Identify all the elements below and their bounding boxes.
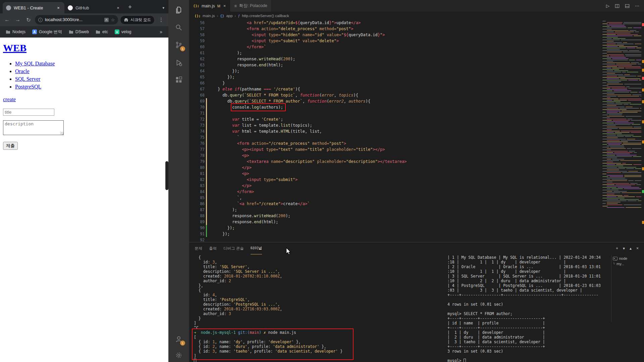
bookmark-dsweb[interactable]: DSweb: [66, 28, 91, 35]
web-heading-link[interactable]: WEB: [3, 42, 26, 53]
code-line: 85 `,: [189, 195, 644, 201]
tab-close-icon[interactable]: ×: [56, 5, 61, 10]
bookmark-google-translate[interactable]: A Google 번역: [30, 28, 64, 36]
topic-link-mysql[interactable]: My SQL Database: [15, 61, 55, 66]
minimap[interactable]: [602, 20, 641, 238]
layout-icon[interactable]: [625, 4, 630, 8]
run-debug-icon[interactable]: [173, 57, 184, 68]
bookmark-star-icon[interactable]: ☆: [111, 17, 115, 22]
breadcrumb-symbol-app[interactable]: app: [226, 14, 232, 18]
browser-tab-github[interactable]: GitHub ×: [64, 2, 124, 13]
code-text: var list = template.list(topics);: [208, 122, 312, 128]
topic-link-oracle[interactable]: Oracle: [15, 68, 30, 74]
extensions-icon[interactable]: [173, 74, 184, 85]
topic-link-postgresql[interactable]: PostgreSQL: [15, 84, 41, 89]
breadcrumb-symbol-callback[interactable]: http.createServer() callback: [242, 14, 289, 18]
search-icon[interactable]: [173, 22, 184, 33]
panel-tab-output[interactable]: 출력: [209, 243, 217, 254]
terminal-cursor: [464, 359, 466, 362]
breadcrumb: (); main.js › {} app › ƒ http.createServ…: [189, 12, 644, 20]
tab-close-icon[interactable]: ×: [223, 3, 226, 8]
line-number: 83: [189, 183, 205, 189]
overview-ruler: [642, 20, 644, 242]
create-link[interactable]: create: [3, 97, 16, 103]
source-control-icon[interactable]: 1: [173, 40, 184, 50]
code-text: <form action="delete_process" method="po…: [208, 26, 354, 32]
browser-scrollbar-thumb[interactable]: [165, 161, 168, 190]
bookmark-label: Google 번역: [39, 29, 62, 35]
tab-mainjs[interactable]: (); main.js M ×: [189, 0, 230, 12]
gutter-marker: [205, 80, 208, 86]
incognito-icon: [124, 18, 128, 22]
site-info-icon[interactable]: i: [38, 18, 43, 22]
git-modified-badge: M: [217, 4, 220, 8]
account-icon[interactable]: 1: [173, 334, 184, 345]
translate-icon[interactable]: A: [104, 18, 109, 22]
topic-link-sqlserver[interactable]: SQL Server: [15, 76, 40, 82]
code-text: <input type="submit" value="delete">: [208, 38, 339, 44]
terminal-line: | 4 | PostgreSQL | PostgreSQL is ... | 2…: [447, 283, 610, 288]
gutter-marker: [205, 50, 208, 56]
terminal-line: 4 rows in set (0.01 sec): [447, 302, 610, 307]
run-file-icon[interactable]: ▷: [606, 3, 609, 8]
settings-gear-icon[interactable]: [173, 350, 184, 361]
code-line: 63 response.end(html);: [189, 62, 644, 68]
terminal-line: +----+-------+--------------------------…: [447, 344, 610, 349]
terminal-dropdown-icon[interactable]: ▾: [623, 246, 625, 251]
browser-menu-icon[interactable]: ⋮: [157, 17, 166, 23]
bookmark-velog[interactable]: v velog: [112, 28, 134, 35]
maximize-panel-icon[interactable]: ▴: [630, 246, 632, 251]
bookmark-nodejs[interactable]: Nodejs: [3, 28, 28, 35]
tab-close-icon[interactable]: ×: [115, 5, 121, 10]
page-title: WEB: [3, 42, 168, 54]
split-editor-icon[interactable]: [615, 4, 620, 8]
bookmark-label: etc: [102, 29, 108, 34]
code-line: 79 <textarea name="description" placehol…: [189, 159, 644, 165]
terminal-line: author_id: 3: [194, 311, 445, 316]
panel-tab-problems[interactable]: 문제: [195, 243, 202, 254]
terminal-line: | 1 | My SQL Database | My SQL is relati…: [447, 255, 610, 260]
terminal-list-item-node[interactable]: >_ node: [611, 256, 644, 261]
tab-search-chevron-icon[interactable]: ▾: [162, 6, 164, 10]
panel-tab-terminal[interactable]: 터미널: [251, 242, 262, 254]
code-line: 60 </form>`: [189, 44, 644, 50]
description-textarea[interactable]: [3, 120, 64, 135]
gutter-marker: [205, 177, 208, 183]
forward-icon[interactable]: →: [13, 15, 22, 24]
code-line: 72 var title = 'Create';: [189, 116, 644, 122]
terminal-mysql[interactable]: | 1 | My SQL Database | My SQL is relati…: [447, 255, 610, 362]
ruler-mark: [642, 140, 644, 143]
terminal-line: | 2 | duru | data administrator |: [447, 335, 610, 340]
submit-button[interactable]: 제출: [3, 142, 18, 150]
back-icon[interactable]: ←: [3, 15, 11, 24]
bookmarks-overflow-icon[interactable]: »: [160, 29, 165, 35]
breadcrumb-file[interactable]: main.js: [203, 14, 215, 18]
terminal-list-item-mysql[interactable]: └ my...: [611, 261, 644, 266]
tab-polacode[interactable]: ≡ 확장: Polacode: [230, 0, 271, 12]
more-actions-icon[interactable]: ⋯: [635, 3, 639, 8]
browser-tab-web1[interactable]: WEB1 - Create ×: [3, 2, 64, 13]
title-input[interactable]: [3, 109, 54, 116]
new-terminal-icon[interactable]: +: [616, 246, 618, 251]
terminal-line: mysql>: [447, 358, 610, 362]
terminal-line: :10 | 2 | 2 | duru | data administrator …: [447, 279, 610, 283]
panel-tab-debug-console[interactable]: 디버그 콘솔: [223, 243, 244, 254]
gutter-marker: [205, 146, 208, 153]
ruler-mark: [642, 120, 644, 123]
code-editor[interactable]: 56 <a href="/update?id=${queryData.id}">…: [189, 20, 644, 242]
gutter-marker: [205, 207, 208, 213]
bookmark-etc[interactable]: etc: [93, 28, 110, 35]
address-bar[interactable]: i localhost:3000/cre... A ☆: [35, 15, 118, 24]
code-text: </form>`: [208, 44, 266, 50]
explorer-icon[interactable]: [173, 5, 184, 15]
ruler-mark: [642, 190, 644, 193]
code-line: 75 `: [189, 134, 644, 140]
line-number: 57: [189, 26, 205, 32]
gutter-marker: [205, 86, 208, 92]
reload-icon[interactable]: ↻: [24, 15, 33, 24]
close-panel-icon[interactable]: ×: [636, 246, 639, 251]
new-tab-button[interactable]: +: [124, 3, 136, 13]
line-number: 85: [189, 195, 205, 201]
gutter-marker: [205, 189, 208, 195]
editor-region: (); main.js M × ≡ 확장: Polacode ▷ ⋯ (); m…: [189, 0, 644, 362]
